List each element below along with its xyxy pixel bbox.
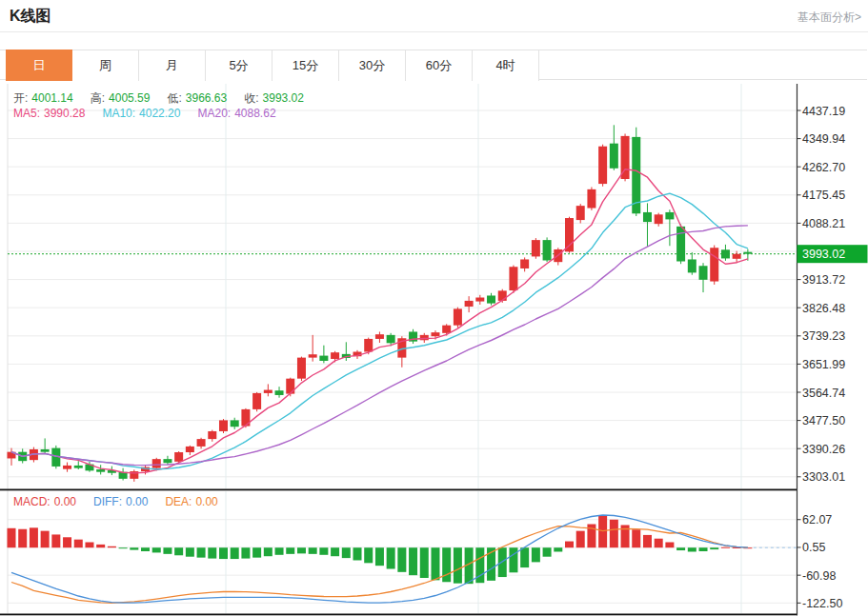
axis-tick-label: 3303.01 — [802, 470, 845, 484]
macd-bar — [420, 547, 429, 578]
macd-bar — [264, 547, 273, 556]
candle-body — [375, 334, 384, 339]
axis-tick-label: -60.98 — [802, 569, 836, 583]
kline-app: K线图 基本面分析> 日周月5分15分30分60分4时 4437.194349.… — [0, 0, 868, 616]
axis-tick-label: 3564.74 — [802, 387, 845, 400]
candle-body — [498, 290, 507, 301]
macd-bar — [197, 547, 206, 557]
candle-body — [319, 356, 328, 361]
macd-bar — [331, 547, 339, 556]
axis-tick-label: 4262.70 — [802, 161, 845, 174]
axis-tick-label: 4349.94 — [802, 132, 845, 146]
candle-body — [297, 358, 306, 379]
macd-bar — [63, 537, 71, 547]
macd-bar — [319, 547, 328, 555]
macd-bar — [554, 547, 562, 551]
candle-body — [96, 469, 105, 472]
macd-bar — [442, 547, 451, 582]
candle-body — [420, 335, 429, 340]
candle-body — [163, 459, 172, 463]
candle-body — [364, 339, 373, 352]
macd-bar — [431, 547, 439, 580]
candle-body — [264, 390, 273, 393]
macd-bar — [699, 547, 708, 551]
macd-bar — [676, 547, 685, 550]
axis-tick-label: 4437.19 — [802, 105, 845, 118]
kline-chart-canvas[interactable]: 4437.194349.944262.704175.454088.213913.… — [0, 0, 868, 616]
macd-bar — [252, 547, 261, 557]
macd-bar — [108, 546, 116, 547]
axis-tick-label: 3390.26 — [802, 443, 845, 456]
candle-body — [186, 447, 194, 452]
axis-tick-label: -122.50 — [802, 597, 842, 610]
axis-tick-label: 62.07 — [802, 513, 832, 527]
candle-body — [331, 352, 339, 359]
candle-body — [197, 439, 206, 447]
candle-body — [665, 212, 674, 219]
macd-bar — [509, 547, 517, 572]
candle-body — [252, 393, 261, 409]
candle-body — [643, 212, 652, 222]
axis-tick-label: 4175.45 — [802, 189, 845, 202]
macd-bar — [520, 547, 529, 567]
candle-body — [576, 206, 585, 220]
candle-body — [509, 267, 517, 290]
axis-tick-label: 3477.50 — [802, 414, 845, 427]
panel-separator — [0, 489, 797, 491]
macd-bar — [174, 547, 183, 555]
macd-bar — [141, 547, 150, 551]
macd-bar — [152, 547, 161, 552]
macd-bar — [665, 543, 674, 548]
candle-body — [231, 420, 239, 427]
macd-bar — [598, 516, 607, 547]
axis-tick-label: 3913.72 — [802, 273, 845, 287]
axis-tick-label: 3651.99 — [802, 358, 845, 371]
macd-bar — [8, 528, 16, 547]
bottom-border — [0, 614, 797, 616]
ma5-line — [11, 169, 748, 473]
candle-body — [587, 189, 595, 209]
candle-body — [442, 326, 451, 333]
candle-body — [208, 431, 216, 439]
macd-bar — [119, 547, 128, 548]
candle-body — [699, 266, 708, 280]
macd-bar — [532, 547, 540, 562]
macd-bar — [364, 547, 373, 563]
macd-bar — [409, 547, 417, 575]
candle-body — [688, 259, 696, 272]
macd-bar — [74, 540, 83, 548]
candle-body — [487, 295, 495, 303]
macd-bar — [688, 547, 696, 551]
macd-bar — [353, 547, 362, 560]
macd-bar — [96, 545, 105, 547]
candle-body — [543, 240, 552, 260]
macd-bar — [85, 543, 93, 548]
candle-body — [520, 259, 529, 268]
macd-bar — [18, 529, 27, 547]
candle-body — [565, 218, 574, 251]
candle-body — [465, 301, 474, 307]
macd-bar — [219, 547, 228, 559]
macd-bar — [721, 547, 730, 548]
ma10-line — [11, 193, 748, 469]
macd-bar — [231, 547, 239, 559]
macd-bar — [632, 529, 640, 547]
candle-body — [41, 449, 50, 452]
macd-bar — [710, 547, 718, 549]
macd-bar — [163, 547, 172, 554]
candle-body — [454, 308, 462, 325]
candle-body — [532, 240, 540, 256]
macd-bar — [375, 547, 384, 566]
macd-bar — [342, 547, 351, 558]
macd-bar — [241, 547, 250, 558]
axis-tick-label: 4088.21 — [802, 217, 845, 230]
macd-bar — [297, 547, 306, 553]
candle-body — [309, 354, 317, 357]
candle-body — [63, 466, 71, 469]
macd-bar — [51, 534, 60, 547]
axis-tick-label: 3739.23 — [802, 329, 845, 343]
candles-layer — [8, 125, 753, 482]
candle-body — [743, 252, 752, 254]
macd-bar — [130, 547, 138, 549]
candle-body — [219, 420, 228, 431]
